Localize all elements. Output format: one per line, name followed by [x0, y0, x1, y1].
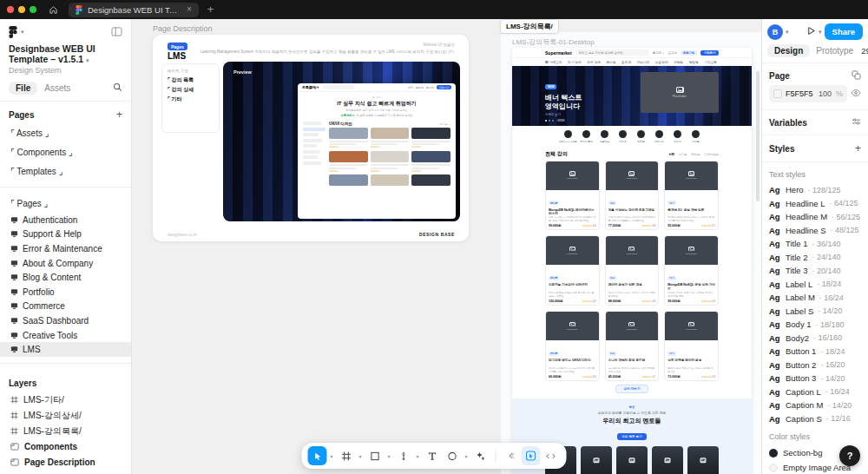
sidebar-page-group[interactable]: ⌜ Assets ⌟ — [0, 123, 131, 142]
sidebar-page-item[interactable]: Portfolio — [0, 285, 131, 300]
comment-tool[interactable] — [443, 446, 462, 465]
tab-assets[interactable]: Assets — [40, 82, 75, 95]
zoom-level[interactable]: 29% — [861, 46, 868, 56]
actions-tool[interactable] — [471, 446, 490, 465]
chevron-down-icon[interactable]: ▾ — [786, 29, 789, 36]
text-style-item[interactable]: Ag Headline S 48/125 — [769, 224, 861, 238]
text-style-item[interactable]: Ag Title 1 36/140 — [769, 237, 861, 251]
page-color-hex[interactable]: F5F5F5 — [786, 89, 815, 98]
window-controls[interactable] — [7, 6, 36, 13]
page-opacity[interactable]: 100 — [819, 89, 832, 98]
section-chip-lms[interactable]: LMS-강의목록/ — [500, 19, 559, 34]
sidebar-page-item[interactable]: Support & Help — [0, 227, 131, 242]
text-style-item[interactable]: Ag Button 1 18/24 — [769, 345, 861, 359]
sidebar-page-group-pages[interactable]: ⌜ Pages ⌟ — [0, 194, 131, 213]
sidebar-page-item[interactable]: Error & Maintenance — [0, 241, 131, 256]
text-style-item[interactable]: Ag Label S 14/20 — [769, 305, 861, 319]
text-style-item[interactable]: Ag Caption L 16/24 — [769, 385, 861, 399]
text-style-item[interactable]: Ag Button 3 14/20 — [769, 372, 861, 385]
text-style-item[interactable]: Ag Title 2 24/140 — [769, 251, 861, 265]
sidebar-page-item[interactable]: Commerce — [0, 300, 131, 314]
text-style-item[interactable]: Ag Body2 16/160 — [769, 332, 861, 346]
frame-label-page-description[interactable]: Page Description — [153, 24, 213, 33]
new-tab-button[interactable]: + — [207, 4, 214, 15]
canvas-scrollbar[interactable] — [756, 71, 760, 201]
minimize-window-button[interactable] — [18, 6, 25, 13]
page-options-icon[interactable] — [852, 70, 861, 82]
category-circle-icon — [655, 130, 663, 138]
dev-mode-select-icon[interactable] — [522, 446, 541, 465]
close-tab-icon[interactable]: × — [187, 5, 192, 14]
lms-desktop-frame[interactable]: Supermarket 한국어 ⌄ 로그인 회원가입 시작하기 ☰ 카테고리인기… — [512, 48, 752, 474]
text-style-item[interactable]: Ag Title 3 20/140 — [769, 264, 861, 278]
frame-tool[interactable] — [337, 446, 356, 465]
maximize-window-button[interactable] — [30, 6, 36, 13]
text-style-item[interactable]: Ag Hero 128/125 — [769, 183, 861, 197]
code-icon[interactable] — [542, 446, 561, 465]
layer-item[interactable]: LMS-강의상세/ — [0, 408, 131, 424]
course-title: 데이터 분석가 입문 과정 — [608, 283, 656, 291]
share-button[interactable]: Share — [825, 23, 863, 40]
chevron-down-icon[interactable]: ▾ — [463, 453, 470, 459]
home-icon[interactable] — [49, 5, 58, 15]
layer-item[interactable]: LMS-강의목록/ — [0, 424, 131, 439]
main-menu-button[interactable]: ▾ — [9, 26, 24, 38]
chevron-down-icon[interactable]: ▾ — [414, 453, 422, 459]
collapse-ui-icon[interactable] — [502, 446, 521, 465]
category-circle-icon — [692, 130, 700, 138]
tab-design[interactable]: Design — [767, 44, 810, 57]
layer-item[interactable]: Page Description — [0, 455, 131, 471]
help-button[interactable]: ? — [839, 445, 860, 466]
mock-course-card: ★★★★★ — [371, 128, 410, 148]
file-tab[interactable]: Designbase WEB UI Template - v × — [69, 3, 199, 17]
chevron-down-icon[interactable]: ▾ — [385, 453, 393, 459]
pen-tool[interactable] — [394, 446, 413, 465]
close-window-button[interactable] — [7, 6, 14, 13]
layer-item[interactable]: LMS-기타/ — [0, 392, 131, 408]
sidebar-page-group[interactable]: ⌜ Templates ⌟ — [0, 161, 131, 181]
layer-item[interactable]: Components — [0, 439, 131, 455]
category-item: 마케팅 — [635, 130, 647, 143]
canvas[interactable]: Page Description Pages LMS Website UI 템플… — [132, 19, 761, 474]
text-style-item[interactable]: Ag Caption S 12/16 — [769, 412, 861, 426]
page-description-frame[interactable]: Pages LMS Website UI 템플릿 Learning Manage… — [153, 35, 469, 241]
sidebar-page-item[interactable]: SaaS Dashboard — [0, 313, 131, 328]
sidebar-page-item[interactable]: Creative Tools — [0, 328, 131, 343]
variables-icon[interactable] — [852, 117, 861, 128]
monitor-icon — [10, 346, 18, 353]
sidebar-page-group[interactable]: ⌜ Components ⌟ — [0, 142, 131, 161]
page-color-input[interactable]: F5F5F5 100 % — [769, 85, 847, 102]
present-play-icon[interactable] — [806, 26, 816, 37]
chevron-down-icon[interactable]: ▾ — [819, 29, 822, 36]
tab-file[interactable]: File — [9, 82, 37, 95]
sidebar-page-item[interactable]: LMS — [0, 342, 131, 357]
text-style-item[interactable]: Ag Label M 16/24 — [769, 291, 861, 305]
lms-nav-item: ☰ 카테고리 — [545, 60, 562, 64]
text-style-item[interactable]: Ag Button 2 16/20 — [769, 359, 861, 372]
file-name-block[interactable]: Designbase WEB UI Template – v1.5.1 ▾ De… — [0, 40, 131, 75]
add-style-button[interactable]: + — [855, 142, 861, 155]
search-icon[interactable] — [113, 82, 122, 94]
shape-tool[interactable] — [365, 446, 385, 465]
frame-label-lms-desktop[interactable]: LMS-강의목록-01-Desktop — [512, 37, 595, 47]
image-icon — [676, 87, 684, 93]
text-style-name: Button 2 — [786, 360, 816, 370]
text-style-item[interactable]: Ag Label L 18/24 — [769, 278, 861, 292]
sidebar-page-item[interactable]: About & Company — [0, 256, 131, 271]
color-swatch[interactable] — [773, 89, 782, 98]
chevron-down-icon[interactable]: ▾ — [357, 453, 365, 459]
visibility-eye-icon[interactable] — [851, 89, 861, 99]
text-style-item[interactable]: Ag Headline M 56/125 — [769, 210, 861, 224]
move-tool[interactable] — [308, 446, 327, 465]
avatar[interactable]: B — [767, 24, 783, 40]
chevron-down-icon[interactable]: ▾ — [328, 453, 336, 459]
panel-toggle-icon[interactable] — [111, 27, 122, 38]
sidebar-page-item[interactable]: Authentication — [0, 213, 131, 227]
text-style-item[interactable]: Ag Headline L 64/125 — [769, 197, 861, 211]
tab-prototype[interactable]: Prototype — [812, 44, 858, 57]
text-tool[interactable] — [423, 446, 442, 465]
text-style-item[interactable]: Ag Caption M 14/20 — [769, 398, 861, 412]
text-style-item[interactable]: Ag Body 1 18/180 — [769, 318, 861, 332]
sidebar-page-item[interactable]: Blog & Content — [0, 270, 131, 285]
add-page-button[interactable]: + — [116, 109, 122, 121]
